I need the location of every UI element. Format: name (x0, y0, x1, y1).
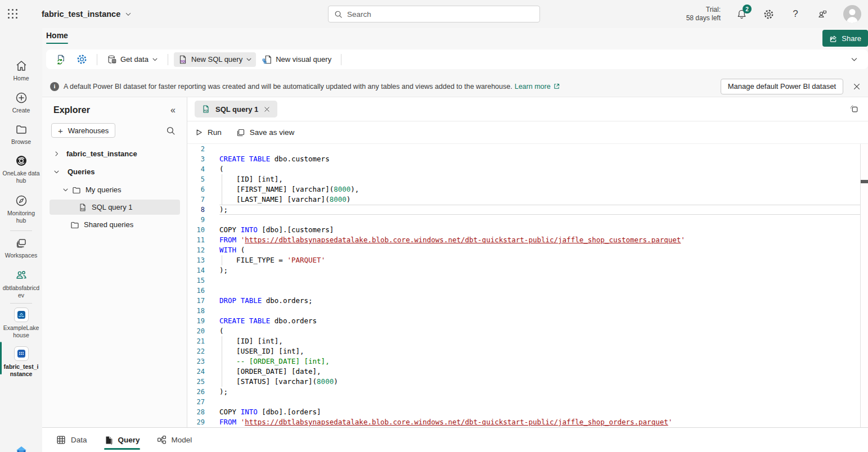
nav-workspace-dbtlabsfabricdev[interactable]: dbtlabsfabricdev (0, 269, 42, 299)
editor-scrollbar[interactable] (860, 144, 868, 427)
settings-button[interactable] (762, 8, 775, 20)
code-line[interactable]: 12WITH ( (187, 245, 860, 255)
code-line[interactable]: 3CREATE TABLE dbo.customers (187, 154, 860, 164)
code-line[interactable]: 6 [FIRST_NAME] [varchar](8000), (187, 184, 860, 195)
line-number: 24 (187, 367, 219, 377)
tab-model[interactable]: Model (157, 428, 192, 452)
code-line[interactable]: 18 (187, 306, 860, 316)
banner-close-button[interactable] (851, 81, 862, 92)
line-number: 27 (187, 397, 219, 407)
learn-more-link[interactable]: Learn more (515, 83, 560, 91)
manage-default-dataset-button[interactable]: Manage default Power BI dataset (721, 79, 843, 94)
new-visual-query-button[interactable]: New visual query (258, 52, 335, 67)
nav-monitoring-hub[interactable]: Monitoring hub (0, 194, 42, 224)
workspace-switcher[interactable]: fabric_test_instance (42, 10, 132, 19)
line-number: 6 (187, 184, 219, 195)
notifications-button[interactable]: 2 (735, 8, 748, 20)
share-icon (829, 34, 838, 43)
line-number: 26 (187, 387, 219, 397)
nav-create[interactable]: Create (0, 91, 42, 114)
code-line[interactable]: 29FROM 'https://dbtlabsynapsedatalake.bl… (187, 417, 860, 427)
code-line[interactable]: 24 [ORDER_DATE] [date], (187, 367, 860, 377)
line-number: 17 (187, 296, 219, 306)
new-sql-query-button[interactable]: SQL New SQL query (174, 52, 256, 67)
copy-icon[interactable] (849, 104, 859, 114)
line-number: 18 (187, 306, 219, 316)
external-link-icon (553, 83, 560, 90)
search-input[interactable] (347, 10, 534, 19)
nav-experience-data-warehouse[interactable]: Data Warehouse (0, 445, 42, 452)
code-line[interactable]: 17DROP TABLE dbo.orders; (187, 296, 860, 306)
app-launcher-icon[interactable] (0, 0, 26, 28)
code-line[interactable]: 15 (187, 275, 860, 286)
nav-onelake-data-hub[interactable]: OneLake data hub (0, 154, 42, 184)
main-area: Home Share Get data (42, 28, 868, 452)
code-line[interactable]: 20( (187, 326, 860, 336)
code-line-text: DROP TABLE dbo.orders; (219, 296, 860, 306)
run-button[interactable]: Run (195, 128, 222, 137)
tree-item-sql-query-1[interactable]: SQL SQL query 1 (50, 200, 180, 215)
code-line-text (219, 306, 860, 316)
tree-item-my-queries[interactable]: My queries (42, 182, 187, 198)
tree-item-warehouse[interactable]: fabric_test_instance (42, 146, 187, 162)
folder-icon (15, 123, 28, 136)
share-button[interactable]: Share (822, 30, 868, 47)
people-icon (14, 269, 29, 282)
code-line[interactable]: 22 [USER_ID] [int], (187, 346, 860, 356)
code-line[interactable]: 19CREATE TABLE dbo.orders (187, 316, 860, 326)
add-warehouses-button[interactable]: + Warehouses (51, 123, 115, 138)
nav-item-fabric-test-instance[interactable]: fabric_test_instance (0, 346, 42, 378)
code-line[interactable]: 10COPY INTO [dbo].[customers] (187, 225, 860, 235)
code-editor[interactable]: 23CREATE TABLE dbo.customers4(5 [ID] [in… (187, 144, 868, 427)
nav-workspaces[interactable]: Workspaces (0, 236, 42, 259)
ribbon-collapse-button[interactable] (851, 56, 858, 63)
code-line[interactable]: 9 (187, 215, 860, 225)
tree-item-shared-queries[interactable]: Shared queries (42, 216, 187, 233)
code-line-text: [USER_ID] [int], (219, 346, 860, 356)
code-line[interactable]: 25 [STATUS] [varchar](8000) (187, 377, 860, 387)
tree-item-queries[interactable]: Queries (42, 164, 187, 180)
code-line[interactable]: 16 (187, 286, 860, 296)
sql-document-green-icon: SQL (201, 105, 210, 114)
collapse-panel-icon[interactable]: « (170, 105, 176, 115)
model-diagram-icon (157, 435, 167, 445)
code-line[interactable]: 28COPY INTO [dbo].[orders] (187, 407, 860, 417)
code-line[interactable]: 21 [ID] [int], (187, 336, 860, 346)
tab-home[interactable]: Home (46, 31, 68, 44)
query-settings-button[interactable] (73, 52, 91, 67)
tab-sql-query-1[interactable]: SQL SQL query 1 (195, 101, 277, 117)
help-button[interactable]: ? (789, 8, 802, 20)
global-search[interactable] (328, 6, 540, 22)
save-as-view-button[interactable]: Save as view (236, 128, 295, 137)
code-line[interactable]: 26); (187, 387, 860, 397)
close-tab-icon[interactable] (263, 106, 271, 113)
plus-circle-icon (15, 91, 28, 105)
nav-browse[interactable]: Browse (0, 123, 42, 146)
account-avatar[interactable] (843, 5, 861, 23)
code-line-text: [FIRST_NAME] [varchar](8000), (219, 184, 860, 195)
feedback-button[interactable] (816, 8, 829, 20)
code-line[interactable]: 11FROM 'https://dbtlabsynapsedatalake.bl… (187, 235, 860, 245)
view-switcher-bar: Data Query Model (42, 427, 868, 452)
code-line[interactable]: 14); (187, 265, 860, 275)
explorer-title: Explorer (53, 105, 90, 115)
refresh-document-button[interactable] (52, 52, 70, 67)
code-line[interactable]: 23 -- [ORDER_DATE] [int], (187, 356, 860, 367)
toolbar-divider (97, 54, 97, 65)
code-line[interactable]: 7 [LAST_NAME] [varchar](8000) (187, 195, 860, 205)
chevron-down-icon (125, 11, 132, 17)
code-line[interactable]: 27 (187, 397, 860, 407)
tab-data[interactable]: Data (56, 428, 87, 452)
code-line[interactable]: 8); (187, 205, 860, 215)
code-line[interactable]: 13 FILE_TYPE = 'PARQUET' (187, 255, 860, 265)
code-line[interactable]: 5 [ID] [int], (187, 174, 860, 184)
code-line[interactable]: 4( (187, 164, 860, 174)
workspaces-icon (15, 236, 28, 250)
explorer-search-icon[interactable] (166, 126, 176, 135)
code-line[interactable]: 2 (187, 144, 860, 154)
tab-query[interactable]: Query (104, 428, 140, 452)
get-data-button[interactable]: Get data (103, 52, 162, 67)
nav-item-examplelakehouse[interactable]: ExampleLakehouse (0, 308, 42, 339)
search-icon (334, 10, 343, 19)
nav-home[interactable]: Home (0, 59, 42, 82)
